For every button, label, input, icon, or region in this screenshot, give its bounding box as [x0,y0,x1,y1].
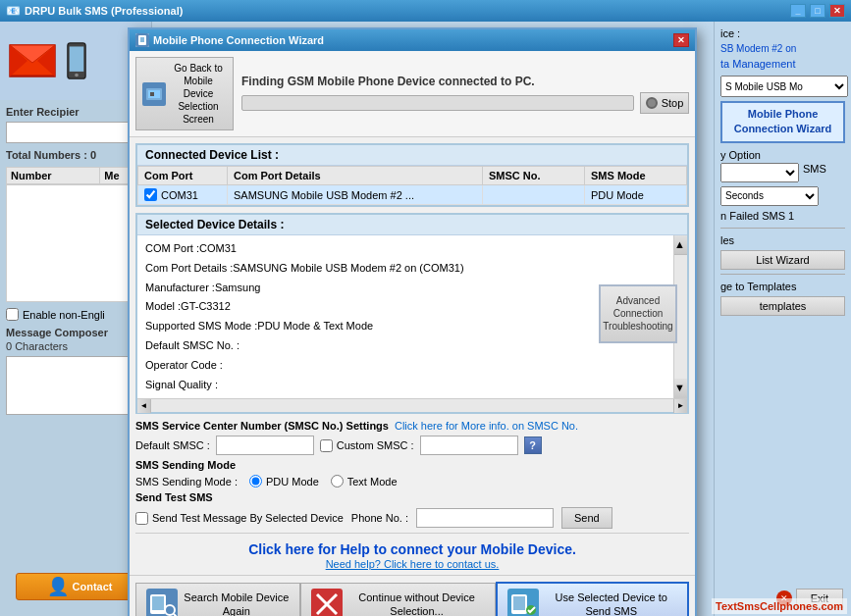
custom-smsc-input[interactable] [420,436,518,455]
smsc-no-col: SMSC No. [483,167,585,185]
test-sms-check[interactable] [135,512,148,525]
right-failed-sms: n Failed SMS 1 [720,210,845,222]
app-title-bar: 📧 DRPU Bulk SMS (Professional) _ □ ✕ [0,0,851,22]
total-numbers: Total Numbers : 0 [6,149,145,161]
wizard-highlighted-btn[interactable]: Mobile PhoneConnection Wizard [720,101,845,143]
hscroll-left[interactable]: ◄ [137,399,151,413]
device-row-smsc [483,185,585,205]
option-dropdown[interactable] [720,163,799,182]
enable-noenglish-label: Enable non-Engli [23,309,105,321]
search-device-btn[interactable]: Search Mobile Device Again [135,583,300,616]
search-btn-icon [146,589,178,616]
use-selected-btn[interactable]: Use Selected Device to Send SMS [496,582,689,616]
text-mode-radio[interactable] [331,475,344,488]
contact-button[interactable]: 👤 Contact [16,573,143,600]
watermark: TextSmsCellphones.com [712,598,847,614]
detail-signal: Signal Quality : [145,376,679,395]
detail-operator: Operator Code : [145,356,679,376]
pdu-mode-text: PDU Mode [266,476,319,488]
detail-comport-details: Com Port Details :SAMSUNG Mobile USB Mod… [145,259,679,279]
svg-rect-14 [150,92,154,96]
wizard-footer: Search Mobile Device Again Continue with… [130,575,695,616]
test-sms-section: Send Test SMS Send Test Message By Selec… [135,491,689,529]
templates-btn[interactable]: templates [720,296,845,316]
wizard-title: Mobile Phone Connection Wizard [153,34,324,46]
svg-rect-20 [311,589,343,616]
wizard-close-btn[interactable]: ✕ [673,33,689,47]
pdu-mode-radio[interactable] [249,475,262,488]
advanced-btn-label: Advanced Connection Troubleshooting [603,294,672,333]
back-btn[interactable]: Go Back to Mobile Device Selection Scree… [135,57,234,130]
maximize-btn[interactable]: □ [810,4,825,18]
send-btn[interactable]: Send [561,507,612,529]
wizard-dialog: Mobile Phone Connection Wizard ✕ Go Back… [128,27,697,616]
continue-btn[interactable]: Continue without Device Selection... [300,583,497,616]
svg-point-7 [75,74,79,77]
continue-btn-text: Continue without Device Selection... [348,590,486,616]
app-title: DRPU Bulk SMS (Professional) [25,5,183,17]
seconds-dropdown[interactable]: Seconds [720,186,819,206]
help-main-text[interactable]: Click here for Help to connect your Mobi… [141,541,683,557]
message-textarea[interactable] [6,356,143,415]
message-composer-label: Message Composer [6,327,145,338]
chars-label: 0 Characters [6,340,145,352]
device-row-mode: PDU Mode [585,185,687,205]
envelope-icon [8,41,57,80]
sms-mode-col: SMS Mode [585,167,687,185]
advanced-troubleshooting-btn[interactable]: Advanced Connection Troubleshooting [599,284,677,343]
window-controls: _ □ ✕ [790,4,845,18]
custom-smsc-check-label: Custom SMSC : [320,439,414,452]
text-mode-text: Text Mode [347,476,398,488]
scrollbar-down[interactable]: ▼ [674,379,687,398]
scrollbar-up[interactable]: ▲ [674,235,687,255]
sms-mode-section-label: SMS Sending Mode [135,459,689,471]
smsc-link[interactable]: Click here for More info. on SMSC No. [395,420,578,432]
right-divider2 [720,274,845,275]
wizard-header: Go Back to Mobile Device Selection Scree… [130,51,695,137]
right-ice-label: ice : [720,27,845,39]
hscroll-right[interactable]: ► [673,399,687,413]
device-row-comport: COM31 [138,185,228,205]
back-icon [142,82,166,106]
use-selected-icon [507,589,539,616]
back-btn-text: Go Back to Mobile Device Selection Scree… [170,62,227,126]
enter-recipients-label: Enter Recipier [6,106,145,118]
com-port-details-col: Com Port Details [228,167,483,185]
device-checkbox[interactable] [144,188,157,201]
device-row[interactable]: COM31 SAMSUNG Mobile USB Modem #2 ... PD… [138,185,687,205]
enable-noenglish-row: Enable non-Engli [6,308,145,321]
right-divider1 [720,228,845,229]
recipients-input[interactable] [6,122,143,143]
enable-noenglish-check[interactable] [6,308,19,321]
device-row-details: SAMSUNG Mobile USB Modem #2 ... [228,185,483,205]
help-link[interactable]: Need help? Click here to contact us. [326,558,500,570]
test-sms-label: Send Test Message By Selected Device [152,512,344,524]
minimize-btn[interactable]: _ [790,4,806,18]
right-device-info: SB Modem #2 on [720,43,845,54]
stop-label: Stop [662,97,684,109]
device-dropdown[interactable]: S Mobile USB Mo [720,76,848,97]
stop-icon [646,97,658,109]
right-data-mgmt[interactable]: ta Management [720,58,845,70]
right-option-label: y Option [720,149,845,161]
connected-device-section: Connected Device List : Com Port Com Por… [135,143,689,207]
custom-smsc-check[interactable] [320,439,333,452]
close-btn[interactable]: ✕ [829,4,845,18]
smsc-help-btn[interactable]: ? [524,436,542,454]
detail-comport: COM Port :COM31 [145,239,679,259]
text-mode-label: Text Mode [331,475,398,488]
stop-btn[interactable]: Stop [640,92,689,114]
smsc-section-label: SMS Service Center Number (SMSC No.) Set… [135,420,389,432]
default-smsc-label: Default SMSC : [135,439,210,451]
com-port-col: Com Port [138,167,228,185]
search-btn-text: Search Mobile Device Again [184,590,290,616]
phone-icon [63,41,90,80]
right-templates-label: ge to Templates [720,281,845,292]
app-icon: 📧 [6,4,21,18]
svg-rect-17 [152,596,164,610]
wizard-header-title: Finding GSM Mobile Phone Device connecte… [241,75,689,88]
list-wizard-btn[interactable]: List Wizard [720,250,845,270]
phone-no-input[interactable] [416,508,554,528]
details-hscrollbar[interactable]: ◄ ► [137,398,687,412]
default-smsc-input[interactable] [216,436,314,455]
